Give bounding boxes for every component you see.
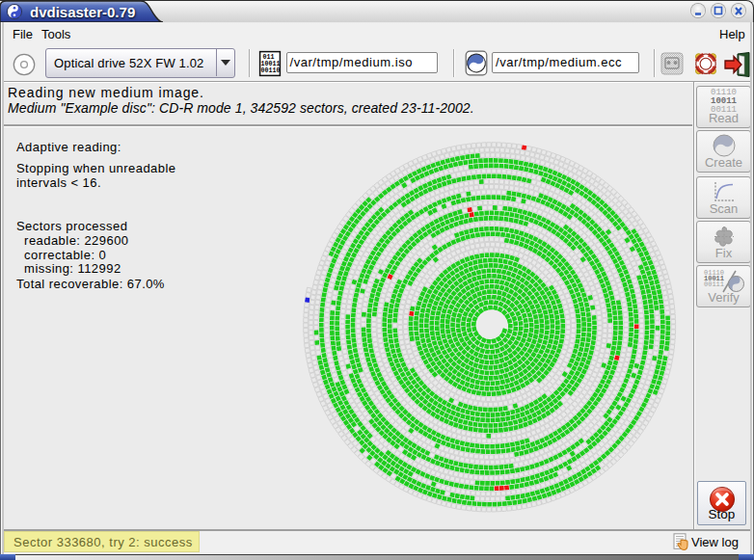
svg-text:10011: 10011 <box>261 61 281 67</box>
svg-text:011: 011 <box>263 54 275 61</box>
svg-text:00110: 00110 <box>261 67 281 74</box>
